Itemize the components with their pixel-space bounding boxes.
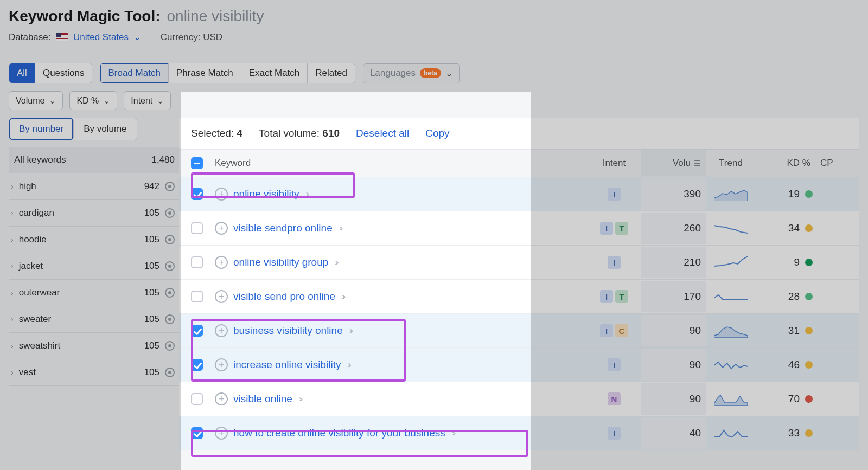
keyword-link[interactable]: visible sendpro online xyxy=(233,222,333,234)
chevron-right-icon: › xyxy=(11,315,14,324)
sidebar-group[interactable]: ›vest105 xyxy=(9,359,179,386)
kd-dot xyxy=(805,395,813,403)
keyword-link[interactable]: increase online visibility xyxy=(233,359,341,371)
kd-value: 9 xyxy=(794,256,800,268)
table-row: +how to create online visibility for you… xyxy=(179,416,859,450)
sort-desc-icon: ☰ xyxy=(694,159,701,168)
database-selector[interactable]: Database: United States ⌄ xyxy=(9,31,141,43)
column-volume[interactable]: Volu☰ xyxy=(641,150,706,176)
eye-icon[interactable] xyxy=(165,341,175,351)
kd-value: 46 xyxy=(788,359,800,371)
expand-icon[interactable]: ›› xyxy=(305,189,307,199)
add-icon[interactable]: + xyxy=(215,256,228,269)
row-checkbox[interactable] xyxy=(191,222,203,234)
kd-dot xyxy=(805,327,813,334)
table-row: +business visibility online››IC9031 xyxy=(179,314,859,348)
keyword-link[interactable]: online visibility group xyxy=(233,256,328,268)
intent-badge-I: I xyxy=(608,358,621,371)
filter-intent[interactable]: Intent⌄ xyxy=(124,91,171,110)
expand-icon[interactable]: ›› xyxy=(335,257,336,268)
filter-volume[interactable]: Volume⌄ xyxy=(9,91,63,110)
add-icon[interactable]: + xyxy=(215,358,228,371)
expand-icon[interactable]: ›› xyxy=(452,428,454,439)
eye-icon[interactable] xyxy=(165,261,175,271)
row-checkbox[interactable] xyxy=(191,325,203,337)
sidebar-group[interactable]: ›outerwear105 xyxy=(9,280,179,306)
row-checkbox[interactable] xyxy=(191,291,203,302)
sidebar-group[interactable]: ›sweater105 xyxy=(9,306,179,333)
segment-exact-match[interactable]: Exact Match xyxy=(241,63,308,83)
sidebar-group[interactable]: ›jacket105 xyxy=(9,253,179,280)
add-icon[interactable]: + xyxy=(215,222,228,235)
keyword-link[interactable]: online visibility xyxy=(233,188,299,200)
row-checkbox[interactable] xyxy=(191,427,203,439)
eye-icon[interactable] xyxy=(165,208,175,218)
add-icon[interactable]: + xyxy=(215,188,228,201)
trend-sparkline xyxy=(714,358,748,372)
intent-badge-I: I xyxy=(608,188,621,201)
column-trend[interactable]: Trend xyxy=(706,158,755,169)
expand-icon[interactable]: ›› xyxy=(299,394,301,404)
chevron-right-icon: › xyxy=(11,262,14,271)
deselect-all-link[interactable]: Deselect all xyxy=(356,127,409,139)
segment-questions[interactable]: Questions xyxy=(35,63,92,83)
segment-broad-match[interactable]: Broad Match xyxy=(100,63,168,83)
intent-badge-I: I xyxy=(608,427,621,440)
add-icon[interactable]: + xyxy=(215,427,228,440)
eye-icon[interactable] xyxy=(165,368,175,377)
copy-link[interactable]: Copy xyxy=(425,127,449,139)
sidebar-group[interactable]: ›sweatshirt105 xyxy=(9,333,179,359)
chevron-down-icon: ⌄ xyxy=(103,95,110,106)
row-checkbox[interactable] xyxy=(191,188,203,200)
add-icon[interactable]: + xyxy=(215,324,228,337)
segment-match-type: Broad MatchPhrase MatchExact MatchRelate… xyxy=(100,63,355,83)
keyword-link[interactable]: visible send pro online xyxy=(233,291,335,302)
trend-sparkline xyxy=(714,426,748,440)
intent-badge-I: I xyxy=(600,290,613,303)
volume-value: 390 xyxy=(641,178,706,210)
expand-icon[interactable]: ›› xyxy=(349,325,351,336)
expand-icon[interactable]: ›› xyxy=(348,359,349,370)
sidebar-group[interactable]: ›hoodie105 xyxy=(9,227,179,253)
chevron-right-icon: › xyxy=(11,288,14,297)
column-cpc[interactable]: CP xyxy=(820,158,847,169)
column-keyword[interactable]: Keyword xyxy=(215,158,587,169)
filter-kd[interactable]: KD %⌄ xyxy=(69,91,117,110)
table-row: +visible send pro online››IT17028 xyxy=(179,280,859,314)
eye-icon[interactable] xyxy=(165,288,175,298)
sidebar-group[interactable]: ›high942 xyxy=(9,173,179,200)
master-checkbox[interactable] xyxy=(191,157,203,169)
sidebar-tab-by-number[interactable]: By number xyxy=(9,118,74,140)
trend-sparkline xyxy=(714,289,748,304)
expand-icon[interactable]: ›› xyxy=(342,291,343,302)
column-kd[interactable]: KD % xyxy=(755,158,820,169)
chevron-down-icon: ⌄ xyxy=(157,95,164,106)
segment-related[interactable]: Related xyxy=(308,63,355,83)
kd-dot xyxy=(805,429,813,437)
sidebar-group[interactable]: ›cardigan105 xyxy=(9,200,179,227)
intent-badge-I: I xyxy=(600,222,613,235)
add-icon[interactable]: + xyxy=(215,290,228,303)
eye-icon[interactable] xyxy=(165,314,175,324)
column-intent[interactable]: Intent xyxy=(587,158,641,169)
keyword-link[interactable]: how to create online visibility for your… xyxy=(233,427,445,439)
row-checkbox[interactable] xyxy=(191,256,203,268)
segment-all[interactable]: All xyxy=(9,63,35,83)
selection-bar: Selected: 4 Total volume: 610 Deselect a… xyxy=(179,118,859,150)
table-row: +visible online››N9070 xyxy=(179,382,859,416)
expand-icon[interactable]: ›› xyxy=(339,223,341,234)
us-flag-icon xyxy=(56,33,68,41)
row-checkbox[interactable] xyxy=(191,393,203,405)
keyword-link[interactable]: business visibility online xyxy=(233,325,343,337)
segment-phrase-match[interactable]: Phrase Match xyxy=(169,63,241,83)
sidebar-all-keywords[interactable]: All keywords 1,480 xyxy=(9,147,179,173)
keyword-link[interactable]: visible online xyxy=(233,393,292,405)
add-icon[interactable]: + xyxy=(215,392,228,405)
kd-dot xyxy=(805,259,813,266)
eye-icon[interactable] xyxy=(165,235,175,244)
eye-icon[interactable] xyxy=(165,182,175,191)
kd-dot xyxy=(805,361,813,369)
languages-dropdown[interactable]: Languages beta ⌄ xyxy=(363,63,460,83)
row-checkbox[interactable] xyxy=(191,359,203,371)
sidebar-tab-by-volume[interactable]: By volume xyxy=(74,118,136,140)
